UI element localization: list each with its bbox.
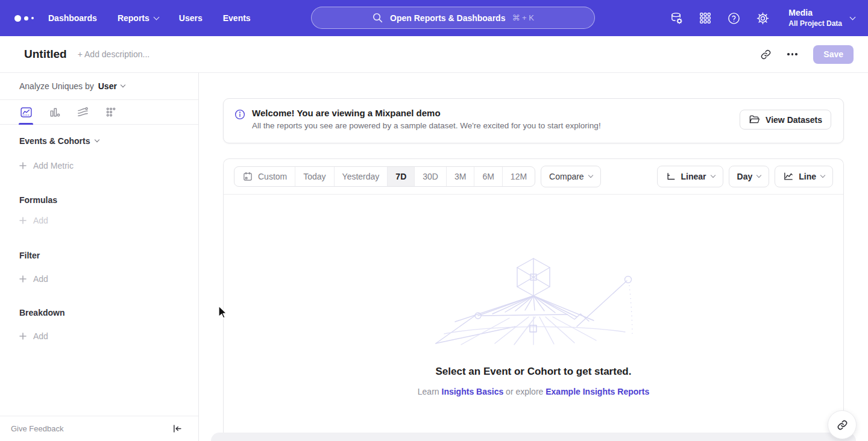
sidebar-sections: Events & Cohorts Add Metric Formulas Add… [0,136,198,341]
project-name: Media [788,7,842,19]
settings-gear-icon[interactable] [756,11,770,25]
line-chart-icon [783,171,794,182]
flow-sankey-icon [77,106,89,119]
bar-chart-icon [48,106,61,119]
plus-icon [19,275,27,283]
chevron-down-icon [121,83,125,87]
save-button[interactable]: Save [813,45,854,64]
axes-icon [665,171,676,182]
range-3m[interactable]: 3M [446,167,474,186]
report-header-actions: Save [755,44,854,64]
project-scope: All Project Data [788,19,842,28]
chevron-down-icon [153,14,159,20]
range-12m[interactable]: 12M [502,167,535,186]
analyze-uniques-row: Analyze Uniques by User [0,73,198,100]
add-filter-button[interactable]: Add [19,274,179,284]
scale-dropdown[interactable]: Linear [657,166,723,187]
example-insights-reports-link[interactable]: Example Insights Reports [546,387,649,396]
link-icon [837,419,848,431]
analyze-label: Analyze Uniques by [19,81,94,91]
report-header-bar: Untitled + Add description... Save [0,36,868,73]
scatter-dots-icon [105,106,118,119]
add-metric-button[interactable]: Add Metric [19,161,179,170]
range-custom[interactable]: Custom [234,167,295,186]
info-icon [234,109,245,120]
analyze-by-dropdown[interactable]: User [98,81,125,91]
copy-link-icon[interactable] [755,44,776,64]
chevron-down-icon [95,137,99,142]
view-datasets-button[interactable]: View Datasets [740,110,831,130]
add-breakdown-button[interactable]: Add [19,331,179,341]
range-yesterday[interactable]: Yesterday [334,167,388,186]
empty-state: Select an Event or Cohort to get started… [224,254,843,396]
welcome-banner: Welcome! You are viewing a Mixpanel demo… [223,98,844,143]
more-options-icon[interactable] [782,44,802,64]
date-range-segmented-control: Custom Today Yesterday 7D 30D 3M 6M 12M [234,166,535,187]
help-icon[interactable] [727,11,741,25]
nav-items: Dashboards Reports Users Events [48,13,251,23]
viz-tab-line-chart[interactable] [19,100,33,124]
report-title[interactable]: Untitled [24,48,67,61]
range-today[interactable]: Today [295,167,333,186]
range-6m[interactable]: 6M [474,167,502,186]
wireframe-illustration [419,254,648,346]
calendar-icon [242,171,253,182]
filter-heading: Filter [19,251,179,260]
range-7d[interactable]: 7D [387,167,414,186]
main-content: Welcome! You are viewing a Mixpanel demo… [199,73,868,441]
nav-item-dashboards[interactable]: Dashboards [48,13,97,23]
chevron-down-icon [588,173,593,178]
events-cohorts-heading[interactable]: Events & Cohorts [19,136,179,146]
breakdown-heading: Breakdown [19,308,179,317]
mixpanel-logo-dots-icon[interactable] [14,15,42,22]
search-icon [372,12,383,23]
report-toolbar: Custom Today Yesterday 7D 30D 3M 6M 12M … [224,159,843,195]
nav-item-users[interactable]: Users [179,13,203,23]
compare-dropdown[interactable]: Compare [541,166,601,187]
viz-tab-bar-chart[interactable] [48,100,61,124]
viz-tab-scatter[interactable] [104,100,118,124]
nav-left: Dashboards Reports Users Events [0,13,251,23]
copy-link-fab[interactable] [828,410,857,439]
insights-basics-link[interactable]: Insights Basics [442,387,504,396]
chevron-down-icon [756,173,761,178]
top-navigation: Dashboards Reports Users Events Open Rep… [0,0,868,36]
add-formula-button[interactable]: Add [19,216,179,225]
insights-report-card: Custom Today Yesterday 7D 30D 3M 6M 12M … [223,158,844,441]
banner-subtitle: All the reports you see are powered by a… [252,121,601,130]
banner-title: Welcome! You are viewing a Mixpanel demo [252,108,601,118]
plus-icon [19,162,27,169]
line-chart-icon [20,106,33,119]
collapse-sidebar-icon[interactable] [172,424,182,434]
nav-item-reports[interactable]: Reports [118,13,159,23]
visualization-tabs [0,100,198,125]
toolbar-right-controls: Linear Day Line [652,166,833,187]
report-description-placeholder[interactable]: + Add description... [78,49,149,59]
nav-item-events[interactable]: Events [223,13,251,23]
interval-dropdown[interactable]: Day [729,166,770,187]
plus-icon [19,333,27,340]
chevron-down-icon [820,173,825,178]
nav-right: Media All Project Data [670,0,855,36]
chevron-down-icon [850,14,856,20]
project-selector[interactable]: Media All Project Data [788,7,855,28]
folder-icon [749,114,760,125]
search-placeholder: Open Reports & Dashboards [390,13,505,23]
breakdown-table-peek [211,433,856,441]
sidebar-footer: Give Feedback [0,416,198,441]
give-feedback-link[interactable]: Give Feedback [11,424,63,433]
apps-grid-icon[interactable] [699,11,712,25]
plus-icon [19,217,27,224]
query-builder-sidebar: Analyze Uniques by User [0,73,199,441]
formulas-heading: Formulas [19,195,179,205]
range-30d[interactable]: 30D [414,167,446,186]
global-search-input[interactable]: Open Reports & Dashboards ⌘ + K [311,7,595,29]
viz-tab-flow[interactable] [76,100,89,124]
chevron-down-icon [710,173,715,178]
chart-type-dropdown[interactable]: Line [775,166,833,187]
search-shortcut: ⌘ + K [512,13,534,22]
empty-state-hint: Learn Insights Basics or explore Example… [224,387,843,396]
data-management-icon[interactable] [670,11,684,25]
empty-state-title: Select an Event or Cohort to get started… [224,366,843,378]
